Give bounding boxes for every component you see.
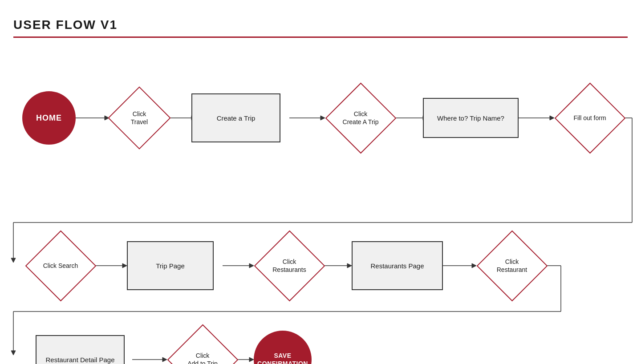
trip-page-node: Trip Page: [127, 241, 214, 290]
fill-out-form-node: Fill out form: [554, 82, 625, 154]
svg-marker-16: [122, 263, 127, 268]
svg-marker-27: [11, 351, 16, 355]
svg-marker-9: [550, 116, 554, 120]
restaurant-detail-page-node: Restaurant Detail Page: [36, 335, 125, 364]
page-title: USER FLOW V1: [13, 18, 628, 32]
arrows-svg: [0, 58, 641, 364]
click-restaurants-node: Click Restaurants: [254, 230, 325, 301]
svg-marker-14: [11, 258, 16, 263]
home-node: HOME: [22, 91, 76, 145]
restaurants-page-node: Restaurants Page: [352, 241, 443, 290]
click-add-to-trip-node: Click Add to Trip: [167, 324, 238, 364]
create-a-trip-node: Create a Trip: [191, 93, 280, 142]
where-to-node: Where to? Trip Name?: [423, 98, 519, 138]
page-header: USER FLOW V1: [0, 0, 641, 38]
svg-marker-29: [162, 357, 167, 362]
save-confirmation-node: SAVE CONFIRMATION: [254, 331, 312, 364]
flow-area: HOME Click Travel Create a Trip Click Cr…: [0, 58, 641, 364]
svg-marker-22: [472, 263, 476, 268]
click-create-a-trip-node: Click Create A Trip: [325, 82, 396, 154]
svg-marker-18: [249, 263, 254, 268]
title-divider: [13, 36, 628, 38]
click-travel-node: Click Travel: [108, 87, 170, 149]
click-restaurant-node: Click Restaurant: [476, 230, 548, 301]
svg-marker-5: [320, 116, 325, 120]
svg-marker-20: [347, 263, 352, 268]
click-search-node: Click Search: [25, 230, 96, 301]
svg-marker-31: [249, 357, 254, 362]
